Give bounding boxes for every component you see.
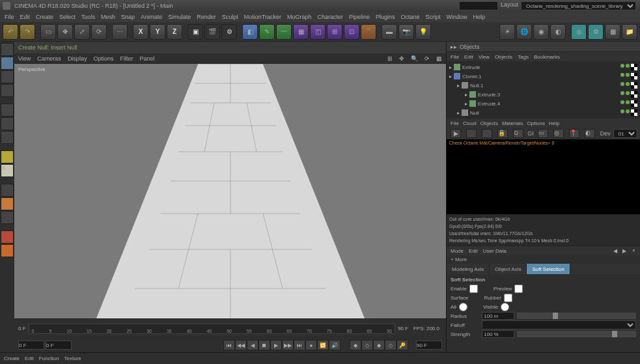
y-axis-toggle[interactable]: Y xyxy=(150,24,165,40)
obj-menu-view[interactable]: View xyxy=(479,54,490,60)
attr-menu-user-data[interactable]: User Data xyxy=(483,248,507,254)
menu-select[interactable]: Select xyxy=(57,14,77,20)
move-button[interactable]: ✥ xyxy=(57,24,73,40)
render-pv-button[interactable]: 🎬 xyxy=(204,24,220,40)
menu-simulate[interactable]: Simulate xyxy=(166,14,193,20)
vp-menu-options[interactable]: Options xyxy=(93,55,113,62)
menu-plugins[interactable]: Plugins xyxy=(374,14,397,20)
playback-btn[interactable]: ▶ xyxy=(270,340,282,350)
obj-row-cloner-1[interactable]: ▸Cloner.1 xyxy=(449,72,637,81)
vp-nav-icon[interactable]: ⊞ xyxy=(387,55,393,62)
x-axis-toggle[interactable]: X xyxy=(133,24,148,40)
camera-button[interactable]: 📷 xyxy=(398,24,414,40)
rotate-button[interactable]: ⟳ xyxy=(91,24,107,40)
spline-button[interactable]: 〰 xyxy=(276,24,292,40)
edges-mode-button[interactable] xyxy=(1,117,14,130)
render-view[interactable]: Check Octane Mat/Camera/RenderTarget/Nod… xyxy=(447,139,640,214)
menu-mograph[interactable]: MoGraph xyxy=(285,14,314,20)
vp-pan-icon[interactable]: ✥ xyxy=(399,55,404,62)
keyframe-btn[interactable]: ◆ xyxy=(373,340,385,350)
sphere-button[interactable]: ◉ xyxy=(533,24,549,40)
all-radio[interactable] xyxy=(459,303,467,311)
vp-menu-view[interactable]: View xyxy=(18,55,31,62)
radius-slider[interactable] xyxy=(517,313,636,319)
obj-menu-objects[interactable]: Objects xyxy=(495,54,512,60)
render-region-button[interactable]: ▭ xyxy=(538,129,548,138)
scale-button[interactable]: ⤢ xyxy=(74,24,90,40)
tab-object-axis[interactable]: Object Axis xyxy=(490,264,527,274)
playback-btn[interactable]: 🔁 xyxy=(317,340,329,350)
keyframe-btn[interactable]: ◆ xyxy=(350,340,361,350)
menu-edit[interactable]: Edit xyxy=(18,14,33,20)
cube-primitive-button[interactable]: ◧ xyxy=(242,24,258,40)
rend-menu-help[interactable]: Help xyxy=(549,120,559,126)
strength-input[interactable] xyxy=(482,330,514,338)
menu-pipeline[interactable]: Pipeline xyxy=(347,14,372,20)
timeline[interactable]: 0 F 051015202530354045505560657075808590… xyxy=(14,318,446,338)
sky-button[interactable]: ◐ xyxy=(550,24,566,40)
falloff-select[interactable] xyxy=(482,320,636,329)
vp-zoom-icon[interactable]: 🔍 xyxy=(411,55,418,62)
obj-row-extrude[interactable]: ▸Extrude xyxy=(449,63,637,72)
obj-menu-file[interactable]: File xyxy=(451,54,459,60)
object-tree[interactable]: ▸Extrude▸Cloner.1▸Null.1▸Extrude.3▸Extru… xyxy=(447,61,640,119)
vp-layout-icon[interactable]: ▦ xyxy=(436,55,442,62)
playback-btn[interactable]: ⏭ xyxy=(294,340,305,350)
vp-menu-filter[interactable]: Filter xyxy=(120,55,133,62)
extrude-gen-button[interactable]: ◫ xyxy=(310,24,326,40)
obj-menu-edit[interactable]: Edit xyxy=(464,54,473,60)
frame-cur-input[interactable] xyxy=(46,341,72,350)
more-button[interactable]: + More xyxy=(447,255,640,264)
array-button[interactable]: ⊞ xyxy=(327,24,342,40)
render-lock-button[interactable]: 🔒 xyxy=(497,129,508,138)
cloner-button[interactable]: ⊡ xyxy=(344,24,359,40)
render-play-button[interactable]: ▶ xyxy=(451,129,461,138)
undo-button[interactable]: ↶ xyxy=(3,24,18,40)
menu-animate[interactable]: Animate xyxy=(139,14,164,20)
last-tool-button[interactable]: ⋯ xyxy=(112,24,128,40)
locked-workplane-button[interactable] xyxy=(1,197,14,210)
workplane-button[interactable] xyxy=(1,84,14,97)
menu-help[interactable]: Help xyxy=(471,14,488,20)
menu-window[interactable]: Window xyxy=(445,14,469,20)
red-layer-button[interactable] xyxy=(1,231,14,244)
playback-btn[interactable]: ● xyxy=(305,340,317,350)
menu-file[interactable]: File xyxy=(3,14,16,20)
planar-workplane-button[interactable] xyxy=(1,211,14,224)
enable-checkbox[interactable] xyxy=(469,285,478,293)
z-axis-toggle[interactable]: Z xyxy=(167,24,182,40)
tag-button[interactable]: ☀ xyxy=(499,24,515,40)
octane-set-button[interactable]: ⚙ xyxy=(588,24,604,40)
snap-button[interactable] xyxy=(1,184,14,197)
menu-tools[interactable]: Tools xyxy=(79,14,97,20)
tab-modeling-axis[interactable]: Modeling Axis xyxy=(447,264,490,274)
vp-menu-cameras[interactable]: Cameras xyxy=(37,55,61,62)
tab-soft-selection[interactable]: Soft Selection xyxy=(527,264,570,274)
octane-button[interactable]: ◎ xyxy=(571,24,587,40)
frame-end-input[interactable] xyxy=(416,341,442,350)
render-settings-button[interactable]: ⚙ xyxy=(221,24,237,40)
menu-render[interactable]: Render xyxy=(195,14,218,20)
keyframe-btn[interactable]: 🔑 xyxy=(397,340,408,350)
content-browser-button[interactable]: 📁 xyxy=(622,24,637,40)
vp-rotate-icon[interactable]: ⟳ xyxy=(424,55,430,62)
bend-button[interactable]: ⌒ xyxy=(361,24,376,40)
obj-row-null-1[interactable]: ▸Null.1 xyxy=(449,81,637,90)
rend-menu-objects[interactable]: Objects xyxy=(480,120,498,126)
render-clay-button[interactable]: ◐ xyxy=(585,129,595,138)
playback-btn[interactable]: ◀ xyxy=(247,340,258,350)
floor-button[interactable]: ▬ xyxy=(382,24,397,40)
menu-mesh[interactable]: Mesh xyxy=(99,14,117,20)
obj-row-extrude-3[interactable]: ▸Extrude.3 xyxy=(449,90,637,99)
keyframe-btn[interactable]: ◇ xyxy=(361,340,373,350)
render-focus-button[interactable]: ◎ xyxy=(553,129,564,138)
points-mode-button[interactable] xyxy=(1,104,14,117)
rend-menu-file[interactable]: File xyxy=(451,120,459,126)
menu-motiontracker[interactable]: MotionTracker xyxy=(242,14,283,20)
polygons-mode-button[interactable] xyxy=(1,131,14,144)
menu-character[interactable]: Character xyxy=(315,14,345,20)
mat-menu-edit[interactable]: Edit xyxy=(25,356,34,361)
light-button[interactable]: 💡 xyxy=(415,24,431,40)
strength-slider[interactable] xyxy=(517,331,636,337)
rend-menu-materials[interactable]: Materials xyxy=(502,120,523,126)
